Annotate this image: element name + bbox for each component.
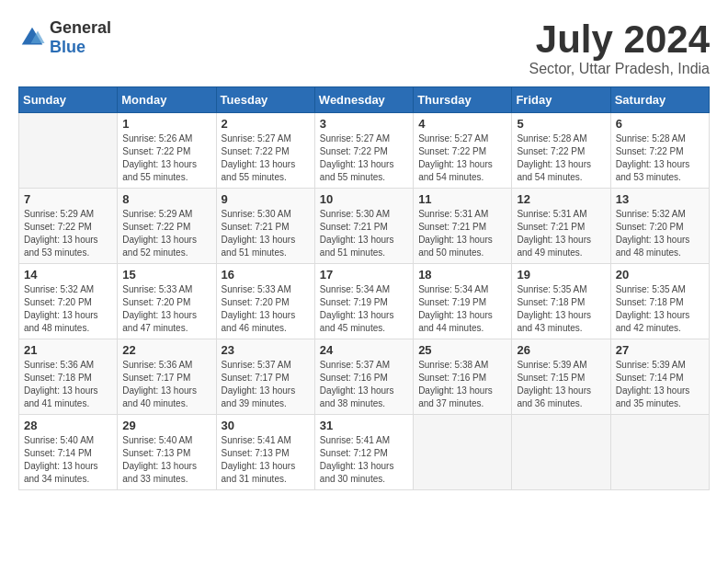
day-number: 17: [320, 268, 408, 282]
calendar-cell: 3Sunrise: 5:27 AM Sunset: 7:22 PM Daylig…: [314, 113, 413, 189]
calendar-cell: 29Sunrise: 5:40 AM Sunset: 7:13 PM Dayli…: [118, 415, 216, 490]
week-row-1: 1Sunrise: 5:26 AM Sunset: 7:22 PM Daylig…: [19, 113, 710, 189]
calendar-cell: 15Sunrise: 5:33 AM Sunset: 7:20 PM Dayli…: [118, 264, 216, 339]
header-tuesday: Tuesday: [216, 87, 314, 113]
day-number: 11: [418, 192, 506, 206]
day-info: Sunrise: 5:30 AM Sunset: 7:21 PM Dayligh…: [320, 208, 408, 259]
header-wednesday: Wednesday: [314, 87, 413, 113]
day-number: 7: [24, 192, 112, 206]
day-number: 3: [320, 117, 408, 131]
day-number: 16: [222, 268, 310, 282]
day-info: Sunrise: 5:29 AM Sunset: 7:22 PM Dayligh…: [24, 208, 112, 259]
day-number: 22: [122, 343, 210, 357]
calendar-subtitle: Sector, Uttar Pradesh, India: [529, 61, 710, 77]
day-info: Sunrise: 5:33 AM Sunset: 7:20 PM Dayligh…: [122, 283, 210, 335]
calendar-cell: 19Sunrise: 5:35 AM Sunset: 7:18 PM Dayli…: [512, 264, 610, 339]
header-sunday: Sunday: [19, 87, 118, 113]
day-number: 20: [616, 268, 704, 282]
day-number: 29: [122, 419, 210, 432]
calendar-cell: 5Sunrise: 5:28 AM Sunset: 7:22 PM Daylig…: [512, 113, 610, 189]
calendar-cell: 27Sunrise: 5:39 AM Sunset: 7:14 PM Dayli…: [610, 339, 709, 415]
calendar-cell: 24Sunrise: 5:37 AM Sunset: 7:16 PM Dayli…: [314, 339, 413, 415]
calendar-cell: 23Sunrise: 5:37 AM Sunset: 7:17 PM Dayli…: [216, 339, 314, 415]
week-row-4: 21Sunrise: 5:36 AM Sunset: 7:18 PM Dayli…: [19, 339, 710, 415]
day-info: Sunrise: 5:39 AM Sunset: 7:14 PM Dayligh…: [616, 359, 704, 410]
calendar-cell: 12Sunrise: 5:31 AM Sunset: 7:21 PM Dayli…: [512, 189, 610, 264]
day-number: 1: [122, 117, 210, 131]
calendar-cell: 21Sunrise: 5:36 AM Sunset: 7:18 PM Dayli…: [19, 339, 118, 415]
calendar-header-row: SundayMondayTuesdayWednesdayThursdayFrid…: [19, 87, 710, 113]
day-number: 28: [24, 419, 112, 432]
day-info: Sunrise: 5:36 AM Sunset: 7:17 PM Dayligh…: [122, 359, 210, 410]
logo-icon: [18, 24, 46, 52]
week-row-3: 14Sunrise: 5:32 AM Sunset: 7:20 PM Dayli…: [19, 264, 710, 339]
calendar-title: July 2024: [529, 18, 710, 61]
day-number: 6: [616, 117, 704, 131]
day-info: Sunrise: 5:37 AM Sunset: 7:17 PM Dayligh…: [222, 359, 310, 410]
calendar-cell: [19, 113, 118, 189]
day-info: Sunrise: 5:40 AM Sunset: 7:14 PM Dayligh…: [24, 434, 112, 486]
day-info: Sunrise: 5:29 AM Sunset: 7:22 PM Dayligh…: [122, 208, 210, 259]
day-number: 30: [222, 419, 310, 432]
calendar-cell: 31Sunrise: 5:41 AM Sunset: 7:12 PM Dayli…: [314, 415, 413, 490]
day-info: Sunrise: 5:32 AM Sunset: 7:20 PM Dayligh…: [24, 283, 112, 335]
calendar-cell: 11Sunrise: 5:31 AM Sunset: 7:21 PM Dayli…: [414, 189, 512, 264]
day-info: Sunrise: 5:28 AM Sunset: 7:22 PM Dayligh…: [517, 132, 605, 184]
day-number: 21: [24, 343, 112, 357]
day-info: Sunrise: 5:33 AM Sunset: 7:20 PM Dayligh…: [222, 283, 310, 335]
day-number: 8: [122, 192, 210, 206]
day-number: 24: [320, 343, 408, 357]
day-number: 19: [517, 268, 605, 282]
day-info: Sunrise: 5:30 AM Sunset: 7:21 PM Dayligh…: [222, 208, 310, 259]
calendar-cell: 1Sunrise: 5:26 AM Sunset: 7:22 PM Daylig…: [118, 113, 216, 189]
calendar-cell: 20Sunrise: 5:35 AM Sunset: 7:18 PM Dayli…: [610, 264, 709, 339]
day-info: Sunrise: 5:36 AM Sunset: 7:18 PM Dayligh…: [24, 359, 112, 410]
calendar-cell: 9Sunrise: 5:30 AM Sunset: 7:21 PM Daylig…: [216, 189, 314, 264]
day-number: 23: [222, 343, 310, 357]
day-number: 10: [320, 192, 408, 206]
day-info: Sunrise: 5:41 AM Sunset: 7:12 PM Dayligh…: [320, 434, 408, 486]
calendar-cell: 4Sunrise: 5:27 AM Sunset: 7:22 PM Daylig…: [414, 113, 512, 189]
day-info: Sunrise: 5:27 AM Sunset: 7:22 PM Dayligh…: [222, 132, 310, 184]
day-number: 5: [517, 117, 605, 131]
calendar-cell: 17Sunrise: 5:34 AM Sunset: 7:19 PM Dayli…: [314, 264, 413, 339]
day-number: 9: [222, 192, 310, 206]
header-thursday: Thursday: [414, 87, 512, 113]
title-section: July 2024 Sector, Uttar Pradesh, India: [529, 18, 710, 77]
day-number: 4: [418, 117, 506, 131]
day-info: Sunrise: 5:40 AM Sunset: 7:13 PM Dayligh…: [122, 434, 210, 486]
week-row-5: 28Sunrise: 5:40 AM Sunset: 7:14 PM Dayli…: [19, 415, 710, 490]
day-info: Sunrise: 5:37 AM Sunset: 7:16 PM Dayligh…: [320, 359, 408, 410]
calendar-cell: 28Sunrise: 5:40 AM Sunset: 7:14 PM Dayli…: [19, 415, 118, 490]
calendar-cell: [610, 415, 709, 490]
day-info: Sunrise: 5:27 AM Sunset: 7:22 PM Dayligh…: [320, 132, 408, 184]
day-info: Sunrise: 5:41 AM Sunset: 7:13 PM Dayligh…: [222, 434, 310, 486]
day-number: 27: [616, 343, 704, 357]
calendar-cell: 22Sunrise: 5:36 AM Sunset: 7:17 PM Dayli…: [118, 339, 216, 415]
logo-blue: Blue: [50, 38, 85, 56]
calendar-cell: [414, 415, 512, 490]
calendar-table: SundayMondayTuesdayWednesdayThursdayFrid…: [18, 86, 710, 490]
day-number: 26: [517, 343, 605, 357]
day-info: Sunrise: 5:34 AM Sunset: 7:19 PM Dayligh…: [320, 283, 408, 335]
header-saturday: Saturday: [610, 87, 709, 113]
day-number: 2: [222, 117, 310, 131]
day-info: Sunrise: 5:38 AM Sunset: 7:16 PM Dayligh…: [418, 359, 506, 410]
day-info: Sunrise: 5:34 AM Sunset: 7:19 PM Dayligh…: [418, 283, 506, 335]
day-info: Sunrise: 5:35 AM Sunset: 7:18 PM Dayligh…: [616, 283, 704, 335]
calendar-cell: 25Sunrise: 5:38 AM Sunset: 7:16 PM Dayli…: [414, 339, 512, 415]
day-number: 18: [418, 268, 506, 282]
day-info: Sunrise: 5:35 AM Sunset: 7:18 PM Dayligh…: [517, 283, 605, 335]
calendar-cell: 26Sunrise: 5:39 AM Sunset: 7:15 PM Dayli…: [512, 339, 610, 415]
calendar-cell: 18Sunrise: 5:34 AM Sunset: 7:19 PM Dayli…: [414, 264, 512, 339]
calendar-cell: 13Sunrise: 5:32 AM Sunset: 7:20 PM Dayli…: [610, 189, 709, 264]
calendar-cell: 7Sunrise: 5:29 AM Sunset: 7:22 PM Daylig…: [19, 189, 118, 264]
calendar-cell: 10Sunrise: 5:30 AM Sunset: 7:21 PM Dayli…: [314, 189, 413, 264]
day-info: Sunrise: 5:27 AM Sunset: 7:22 PM Dayligh…: [418, 132, 506, 184]
calendar-cell: 8Sunrise: 5:29 AM Sunset: 7:22 PM Daylig…: [118, 189, 216, 264]
day-number: 12: [517, 192, 605, 206]
header-friday: Friday: [512, 87, 610, 113]
day-number: 14: [24, 268, 112, 282]
day-info: Sunrise: 5:26 AM Sunset: 7:22 PM Dayligh…: [122, 132, 210, 184]
calendar-cell: 6Sunrise: 5:28 AM Sunset: 7:22 PM Daylig…: [610, 113, 709, 189]
